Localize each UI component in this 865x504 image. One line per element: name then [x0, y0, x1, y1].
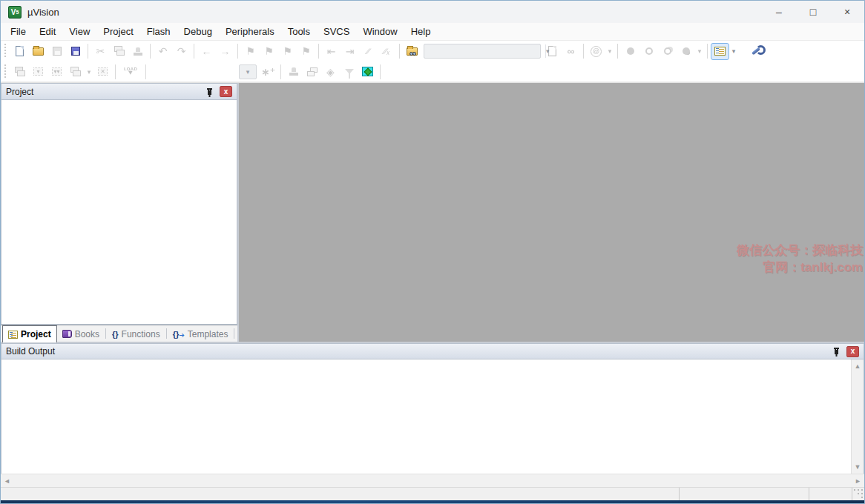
forward-arrow-icon: →: [220, 46, 231, 56]
toolbar-separator: [318, 44, 319, 59]
search-input[interactable]: [424, 46, 545, 56]
horizontal-scrollbar[interactable]: ◄ ►: [1, 474, 864, 487]
save-all-icon: [71, 47, 80, 56]
menu-window[interactable]: Window: [356, 24, 404, 39]
uvision-window: V5 µVision – □ × File Edit View Project …: [0, 0, 865, 504]
menu-debug[interactable]: Debug: [177, 24, 219, 39]
bookmark-toggle-button: ⚑: [241, 43, 260, 60]
find-in-files-icon: [407, 47, 418, 56]
bookmark-next-button: ⚑: [278, 43, 297, 60]
build-output-title: Build Output: [6, 346, 55, 357]
menu-view[interactable]: View: [62, 24, 96, 39]
tab-templates-label: Templates: [188, 329, 228, 339]
funnel-icon: [345, 69, 354, 74]
breakpoint-double-icon: [664, 47, 671, 55]
pin-icon[interactable]: [205, 87, 215, 97]
scroll-right-icon[interactable]: ►: [855, 474, 861, 488]
scroll-down-icon[interactable]: ▼: [855, 460, 861, 474]
save-button: [47, 43, 66, 60]
project-panel-header: Project x: [1, 83, 237, 100]
copy-button: [110, 43, 128, 60]
batch-build-icon: [70, 67, 81, 77]
comment-button: ∕∕: [359, 43, 378, 60]
project-windows-button[interactable]: [711, 43, 729, 60]
tab-functions[interactable]: {} Functions: [107, 326, 165, 342]
search-combobox[interactable]: ▾: [424, 44, 541, 59]
uncomment-icon: ∕∕ₓ: [384, 47, 390, 56]
scroll-up-icon[interactable]: ▲: [855, 359, 861, 373]
breakpoint-dropdown: ▾: [695, 43, 704, 60]
toolbar-separator: [150, 44, 151, 59]
pin-icon[interactable]: [832, 346, 842, 357]
copy-icon: [114, 46, 125, 56]
tab-books[interactable]: Books: [57, 326, 105, 342]
templates-icon: {}➔: [173, 330, 185, 339]
menu-file[interactable]: File: [4, 24, 33, 39]
menu-project[interactable]: Project: [96, 24, 139, 39]
mdi-document-area[interactable]: 微信公众号：探临科技 官网：tanlkj.com: [239, 83, 864, 342]
debug-session-button: ◈: [321, 63, 340, 80]
menu-help[interactable]: Help: [404, 24, 438, 39]
windows-cascade-button: [303, 63, 321, 80]
vertical-scrollbar[interactable]: ▲ ▼: [851, 359, 864, 474]
back-arrow-icon: ←: [202, 46, 212, 56]
close-button[interactable]: ×: [830, 1, 864, 23]
maximize-button[interactable]: □: [796, 1, 830, 23]
resize-grip[interactable]: [852, 488, 864, 500]
scroll-left-icon[interactable]: ◄: [4, 474, 10, 488]
watermark-line1: 微信公众号：探临科技: [737, 242, 863, 259]
cut-button: ✂: [91, 43, 110, 60]
open-button[interactable]: [29, 43, 47, 60]
workspace: Project x Project Books {} Functions: [1, 82, 864, 342]
tab-divider: [234, 328, 234, 339]
unindent-icon: ⇤: [327, 46, 336, 56]
manage-rte-button[interactable]: [358, 63, 377, 80]
unindent-button: ⇤: [322, 43, 341, 60]
menu-peripherals[interactable]: Peripherals: [219, 24, 281, 39]
save-all-button[interactable]: [66, 43, 85, 60]
build-output-close-button[interactable]: x: [846, 346, 859, 357]
toolbar-separator: [399, 44, 400, 59]
project-windows-icon: [714, 47, 726, 56]
stop-build-button: ✕: [93, 63, 112, 80]
target-select-combobox[interactable]: ▾: [239, 64, 257, 79]
indent-icon: ⇥: [346, 46, 355, 56]
status-cell-1: [680, 488, 809, 500]
toolbar-separator: [380, 64, 381, 79]
configuration-button[interactable]: [746, 43, 764, 60]
bookmark-clear-icon: ⚑: [301, 46, 311, 56]
uncomment-button: ∕∕ₓ: [378, 43, 396, 60]
menu-tools[interactable]: Tools: [281, 24, 317, 39]
app-logo-icon: V5: [8, 6, 22, 19]
functions-icon: {}: [112, 330, 119, 339]
stop-build-icon: ✕: [98, 67, 108, 76]
project-tree-area[interactable]: [1, 100, 237, 325]
tab-project[interactable]: Project: [2, 325, 57, 342]
menu-flash[interactable]: Flash: [140, 24, 177, 39]
status-cell-2: [809, 488, 852, 500]
new-file-button[interactable]: [10, 43, 29, 60]
breakpoint-icon: [627, 47, 634, 55]
find-in-files-button[interactable]: [403, 43, 421, 60]
toolbar-separator: [617, 44, 618, 59]
toolbar-grip[interactable]: [4, 64, 7, 79]
translate-button: [10, 63, 29, 80]
save-icon: [53, 47, 62, 56]
breakpoint-hollow-icon: [645, 47, 653, 55]
project-windows-dropdown[interactable]: ▾: [729, 43, 738, 60]
minimize-button[interactable]: –: [762, 1, 796, 23]
toolbar-grip[interactable]: [4, 44, 7, 59]
menu-edit[interactable]: Edit: [33, 24, 62, 39]
bookmark-next-icon: ⚑: [283, 46, 292, 56]
tab-templates[interactable]: {}➔ Templates: [168, 326, 234, 342]
build-output-text[interactable]: [1, 359, 851, 474]
toolbar-separator: [237, 44, 238, 59]
project-panel-close-button[interactable]: x: [220, 86, 232, 97]
bookmark-flag-icon: ⚑: [246, 46, 255, 56]
chevron-down-icon[interactable]: ▾: [240, 65, 256, 79]
menu-svcs[interactable]: SVCS: [317, 24, 356, 39]
toolbar-separator: [88, 44, 88, 59]
toolbar-separator: [115, 64, 116, 79]
title-bar: V5 µVision – □ ×: [1, 1, 864, 23]
comment-icon: ∕∕: [367, 47, 370, 56]
